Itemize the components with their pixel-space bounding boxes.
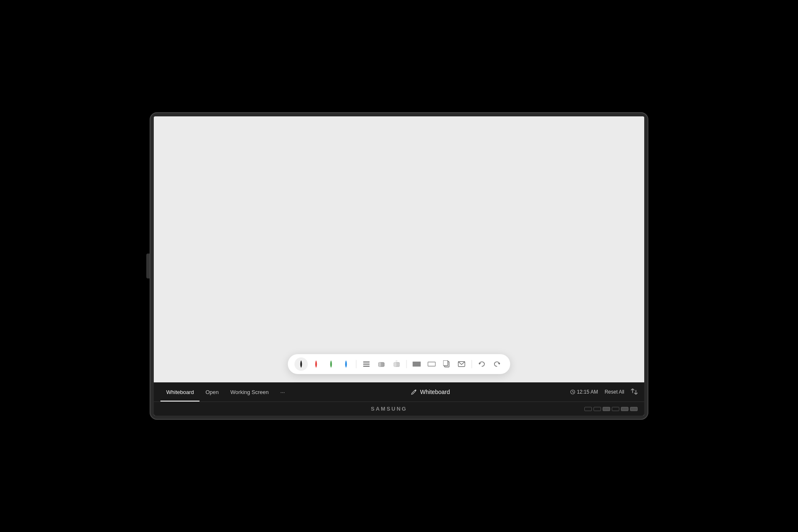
toolbar-divider-2: [406, 360, 407, 368]
svg-rect-6: [394, 362, 397, 367]
undo-button[interactable]: [475, 357, 489, 371]
svg-rect-8: [413, 362, 421, 367]
tab-whiteboard[interactable]: Whiteboard: [160, 382, 200, 401]
eraser-button[interactable]: [375, 357, 388, 371]
shape-rect-outline-button[interactable]: [425, 357, 438, 371]
tab-more-label: ···: [281, 389, 285, 395]
monitor-screen: Whiteboard Open Working Screen ···: [154, 116, 644, 416]
switch-button[interactable]: [631, 389, 638, 396]
tab-working-screen-label: Working Screen: [230, 389, 268, 395]
svg-rect-0: [363, 362, 370, 362]
port-1: [584, 407, 592, 411]
port-4: [612, 407, 619, 411]
brand-name: SAMSUNG: [194, 406, 584, 412]
svg-line-15: [573, 392, 574, 393]
brand-bar: SAMSUNG: [154, 401, 644, 416]
drawing-toolbar: [288, 354, 510, 374]
toolbar-divider-1: [356, 360, 357, 368]
tab-open[interactable]: Open: [200, 382, 224, 401]
taskbar: Whiteboard Open Working Screen ···: [154, 382, 644, 401]
tab-whiteboard-label: Whiteboard: [166, 389, 194, 395]
monitor: Whiteboard Open Working Screen ···: [150, 112, 648, 420]
copy-button[interactable]: [440, 357, 453, 371]
toolbar-divider-3: [472, 360, 472, 368]
clear-button[interactable]: [390, 357, 403, 371]
email-button[interactable]: [455, 357, 468, 371]
redo-button[interactable]: [490, 357, 504, 371]
tab-more[interactable]: ···: [275, 382, 291, 401]
tab-open-label: Open: [205, 389, 219, 395]
taskbar-right: 12:15 AM Reset All: [570, 389, 638, 396]
taskbar-time: 12:15 AM: [570, 389, 598, 395]
time-display: 12:15 AM: [577, 389, 598, 395]
port-6: [630, 407, 638, 411]
pen-blue-button[interactable]: [340, 357, 353, 371]
tab-working-screen[interactable]: Working Screen: [224, 382, 274, 401]
pen-black-button[interactable]: [295, 357, 308, 371]
shape-rect-filled-button[interactable]: [410, 357, 424, 371]
port-indicators: [584, 407, 638, 411]
pen-red-button[interactable]: [310, 357, 323, 371]
port-5: [621, 407, 628, 411]
whiteboard-title-text: Whiteboard: [420, 389, 450, 395]
taskbar-left: Whiteboard Open Working Screen ···: [160, 382, 291, 401]
menu-button[interactable]: [360, 357, 373, 371]
reset-all-button[interactable]: Reset All: [605, 389, 624, 395]
edit-icon: [411, 389, 417, 395]
svg-rect-4: [379, 362, 381, 367]
monitor-mount: [146, 254, 150, 278]
svg-rect-1: [363, 364, 370, 365]
port-3: [603, 407, 610, 411]
clock-icon: [570, 389, 575, 394]
taskbar-center: Whiteboard: [291, 389, 570, 395]
whiteboard-title-button[interactable]: Whiteboard: [411, 389, 450, 395]
switch-icon: [631, 389, 638, 394]
reset-all-label: Reset All: [605, 389, 624, 395]
svg-rect-2: [363, 366, 370, 367]
svg-rect-11: [443, 360, 448, 366]
pen-green-button[interactable]: [325, 357, 338, 371]
svg-rect-9: [428, 362, 436, 366]
port-2: [594, 407, 601, 411]
canvas-area[interactable]: [154, 116, 644, 382]
